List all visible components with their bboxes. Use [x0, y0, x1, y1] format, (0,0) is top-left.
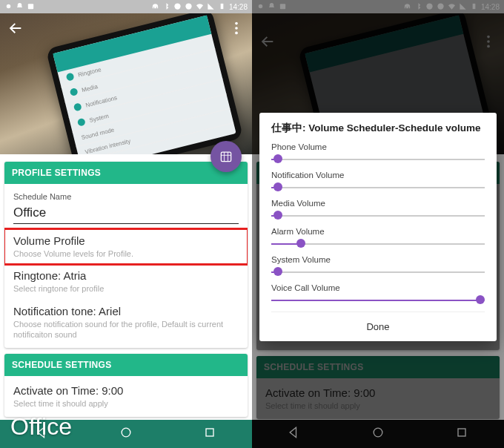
volume-slider-row: Media Volume: [271, 199, 485, 223]
calendar-grid-icon: [219, 149, 233, 164]
volume-slider-row: System Volume: [271, 255, 485, 279]
schedule-settings-card: SCHEDULE SETTINGS Activate on Time: 9:00…: [4, 354, 248, 417]
volume-slider[interactable]: [271, 153, 485, 166]
clock-icon: [185, 2, 193, 12]
schedule-name-label: Schedule Name: [13, 192, 239, 201]
svg-rect-13: [206, 429, 213, 436]
schedule-fab[interactable]: [210, 141, 242, 172]
signal-icon: [207, 2, 215, 12]
svg-point-7: [235, 32, 238, 35]
volume-slider[interactable]: [271, 266, 485, 279]
row-title: Activate on Time: 9:00: [13, 384, 239, 397]
volume-slider[interactable]: [271, 294, 485, 307]
svg-rect-8: [221, 152, 231, 162]
content: PROFILE SETTINGS Schedule Name Volume Pr…: [0, 157, 252, 427]
volume-slider[interactable]: [271, 181, 485, 194]
svg-rect-4: [221, 3, 224, 8]
card-header: PROFILE SETTINGS: [4, 162, 248, 184]
slider-label: Alarm Volume: [271, 227, 485, 236]
done-button[interactable]: Done: [271, 312, 485, 337]
dialog-title: 仕事中: Volume Scheduler-Schedule volume: [271, 122, 485, 135]
profile-settings-card: PROFILE SETTINGS Schedule Name Volume Pr…: [4, 162, 248, 348]
slider-label: Voice Call Volume: [271, 283, 485, 292]
volume-slider[interactable]: [271, 209, 485, 223]
status-bar: 14:28: [0, 0, 252, 13]
calendar-icon: [27, 2, 35, 12]
bluetooth-icon: [162, 2, 170, 12]
phone-left: 14:28 Ringtone Media Notifications Syste…: [0, 0, 252, 448]
row-subtitle: Select ringtone for profile: [13, 283, 239, 294]
svg-point-5: [235, 22, 238, 25]
nav-home-button[interactable]: [119, 425, 133, 443]
dnd-icon: [173, 2, 182, 12]
phone-right: 14:28 PROFILE SETTINGS Schedule Name: [252, 0, 504, 448]
row-title: Notification tone: Ariel: [13, 305, 239, 317]
row-subtitle: Select time it should apply: [13, 398, 239, 409]
status-time: 14:28: [229, 3, 248, 11]
overflow-menu-button[interactable]: [228, 20, 245, 39]
bell-icon: [16, 2, 24, 12]
slider-label: Notification Volume: [271, 171, 485, 179]
slider-label: Phone Volume: [271, 142, 485, 151]
schedule-name-row[interactable]: Schedule Name: [4, 187, 248, 229]
card-header: SCHEDULE SETTINGS: [4, 354, 248, 376]
wifi-icon: [196, 2, 204, 12]
volume-slider-row: Phone Volume: [271, 142, 485, 166]
svg-point-12: [122, 428, 130, 437]
svg-rect-1: [28, 4, 33, 9]
volume-slider-row: Voice Call Volume: [271, 283, 485, 307]
ringtone-row[interactable]: Ringtone: Atria Select ringtone for prof…: [4, 264, 248, 299]
volume-dialog: 仕事中: Volume Scheduler-Schedule volume Ph…: [259, 113, 497, 341]
schedule-name-input[interactable]: [13, 204, 239, 224]
activate-on-time-row[interactable]: Activate on Time: 9:00 Select time it sh…: [4, 379, 248, 414]
svg-point-2: [174, 3, 180, 9]
svg-point-3: [185, 3, 191, 9]
svg-point-0: [7, 4, 11, 8]
page-title: Office: [10, 413, 72, 441]
volume-slider-row: Notification Volume: [271, 171, 485, 194]
headphones-icon: [151, 2, 159, 12]
row-title: Ringtone: Atria: [13, 269, 239, 282]
slider-list: Phone VolumeNotification VolumeMedia Vol…: [271, 142, 485, 307]
volume-slider[interactable]: [271, 237, 485, 251]
slider-label: Media Volume: [271, 199, 485, 208]
volume-slider-row: Alarm Volume: [271, 227, 485, 251]
battery-icon: [218, 2, 226, 12]
slider-label: System Volume: [271, 255, 485, 264]
notification-tone-row[interactable]: Notification tone: Ariel Choose notifica…: [4, 300, 248, 346]
row-subtitle: Choose notification sound for the profil…: [13, 319, 239, 340]
svg-point-6: [235, 27, 238, 30]
back-button[interactable]: [7, 20, 24, 39]
volume-profile-row[interactable]: Volume Profile Choose Volume levels for …: [4, 229, 248, 264]
nav-recent-button[interactable]: [202, 425, 217, 443]
app-indicator-icon: [4, 2, 13, 12]
row-title: Volume Profile: [13, 234, 239, 247]
row-subtitle: Choose Volume levels for Profile.: [13, 248, 239, 259]
